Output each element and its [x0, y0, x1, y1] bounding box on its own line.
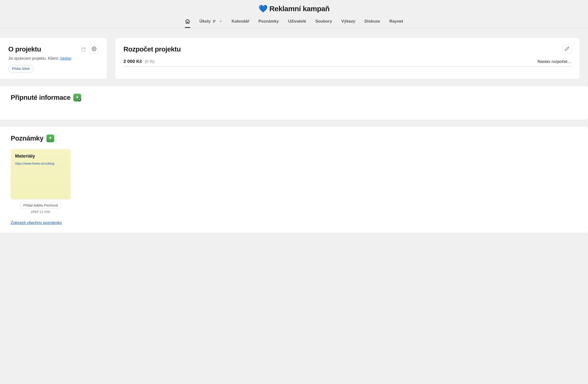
client-set-link[interactable]: nastav [60, 56, 71, 60]
row-top: O projektu Jsi správcem projektu. Klient… [0, 38, 588, 79]
pinned-card: Připnuté informace [0, 86, 588, 120]
note-meta: Přidal Adéla Pechová před 11 min [11, 202, 70, 214]
tab-reports[interactable]: Výkazy [341, 15, 356, 28]
notes-title: Poznámky [11, 134, 43, 142]
budget-amount: 2 000 Kč [124, 59, 142, 64]
plus-icon [48, 136, 52, 141]
budget-percent: (0 %) [145, 59, 155, 64]
chevron-down-icon [219, 20, 222, 23]
tab-notes[interactable]: Poznámky [258, 15, 279, 28]
notes-grid: Materiály https://www.freelo.io/cs/blog … [11, 149, 577, 214]
tab-raynet[interactable]: Raynet [390, 15, 403, 28]
tab-discussion[interactable]: Diskuze [364, 15, 380, 28]
note-item[interactable]: Materiály https://www.freelo.io/cs/blog [11, 149, 70, 199]
note-title: Materiály [15, 154, 66, 159]
notes-card: Poznámky Materiály https://www.freelo.io… [0, 127, 588, 233]
add-pinned-button[interactable] [73, 94, 81, 101]
pencil-icon [565, 46, 569, 52]
budget-title: Rozpočet projektu [124, 45, 181, 53]
plus-icon [75, 95, 80, 100]
about-subtitle: Jsi správcem projektu. Klient: nastav [8, 56, 99, 61]
tab-tasks[interactable]: Úkoly [199, 15, 222, 28]
tab-home[interactable] [185, 15, 190, 28]
gear-icon [92, 46, 96, 52]
tab-files[interactable]: Soubory [315, 15, 332, 28]
budget-card: Rozpočet projektu 2 000 Kč (0 %) Nastav … [115, 38, 580, 79]
note-link[interactable]: https://www.freelo.io/cs/blog [15, 162, 54, 165]
tab-users[interactable]: Uživatelé [288, 15, 306, 28]
note-time: před 11 min [11, 210, 70, 214]
filter-icon [213, 19, 217, 23]
add-tag-button[interactable]: Přidat štítek [8, 65, 34, 72]
heart-icon: 💙 [258, 4, 268, 13]
calendar-icon[interactable] [81, 47, 86, 52]
settings-button[interactable] [89, 45, 99, 54]
tab-tasks-label: Úkoly [199, 19, 211, 24]
home-icon [185, 19, 190, 24]
show-all-notes-link[interactable]: Zobrazit všechny poznámky [11, 220, 62, 225]
about-card: O projektu Jsi správcem projektu. Klient… [0, 38, 107, 79]
budget-progress-bar [124, 66, 571, 67]
content: O projektu Jsi správcem projektu. Klient… [0, 28, 588, 250]
title-bar: 💙 Reklamní kampaň [0, 0, 588, 15]
svg-rect-3 [82, 48, 85, 51]
tab-calendar[interactable]: Kalendář [231, 15, 249, 28]
add-note-button[interactable] [46, 134, 54, 142]
set-budget-link[interactable]: Nastav rozpočet… [537, 59, 571, 64]
pinned-title: Připnuté informace [11, 94, 70, 101]
header: 💙 Reklamní kampaň Úkoly Kalendář Poznámk… [0, 0, 588, 28]
tabs: Úkoly Kalendář Poznámky Uživatelé Soubor… [0, 15, 588, 28]
project-title: Reklamní kampaň [270, 5, 330, 13]
edit-budget-button[interactable] [562, 45, 571, 54]
note-author: Přidal Adéla Pechová [20, 202, 62, 209]
svg-point-7 [94, 48, 95, 50]
about-title: O projektu [8, 45, 41, 53]
